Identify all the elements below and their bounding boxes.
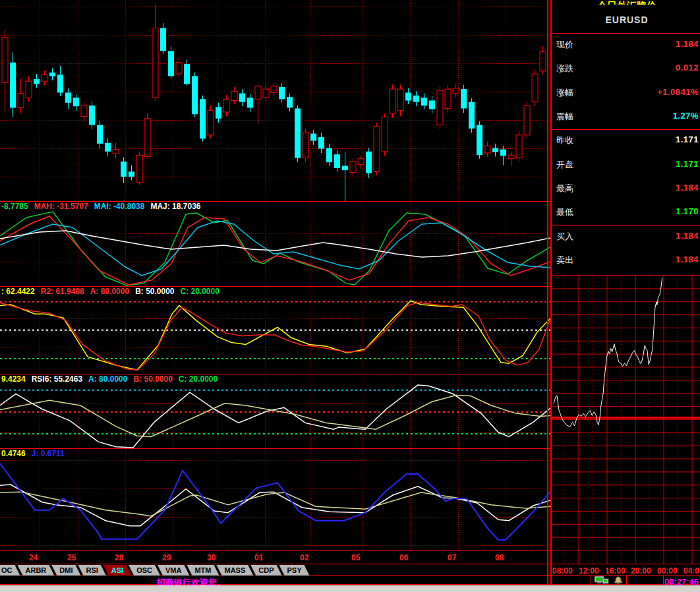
quote-value: 1.184 (676, 183, 699, 192)
tab-cdp[interactable]: CDP (250, 565, 281, 576)
indicator-value-label: 0.4746 (1, 449, 26, 458)
quote-label: 最高 (556, 183, 573, 193)
time-label: 16:00 (605, 566, 626, 576)
panel-border (550, 0, 552, 585)
quote-label: 卖出 (556, 255, 573, 265)
indicator-value-label: 9.4234 (1, 374, 26, 384)
quote-row-3[interactable]: 涨幅+1.0841% (556, 87, 699, 99)
indicator-label-row-1: -8.7785MAH: -31.5707MAI: -40.8038MAJ: 18… (1, 202, 206, 211)
indicator-value-label: J: 0.6711 (32, 449, 65, 458)
bell-icon[interactable] (614, 576, 623, 585)
tab-arbr[interactable]: ARBR (18, 565, 55, 576)
candlestick-and-indicator-chart[interactable] (0, 0, 550, 564)
network-computer-icon[interactable] (595, 576, 609, 585)
quote-value: 1.184 (676, 254, 699, 264)
quote-label: 买入 (556, 231, 573, 241)
tab-dmi[interactable]: DMI (51, 565, 80, 576)
date-label: 06 (399, 553, 408, 562)
quote-label: 涨幅 (556, 88, 573, 98)
quote-row-8[interactable]: 最低1.170 (556, 206, 699, 218)
quote-separator (552, 225, 700, 226)
indicator-label-row-3: 9.4234RSI6: 55.2463A: 80.0000B: 50.0000C… (1, 374, 223, 384)
indicator-value-label: B: 50.0000 (135, 287, 174, 296)
quote-value: 0.012 (676, 63, 699, 73)
tab-rsi[interactable]: RSI (78, 565, 105, 576)
indicator-value-label: R2: 61.9488 (41, 287, 84, 296)
quote-value: 1.171 (676, 159, 699, 169)
tab-osc[interactable]: OSC (129, 565, 160, 576)
tray-cell-divider (591, 576, 591, 584)
indicator-value-label: -8.7785 (1, 202, 28, 211)
date-label: 25 (67, 553, 76, 562)
quote-row-4[interactable]: 震幅1.27% (556, 111, 699, 123)
indicator-tab-bar: OCARBRDMIRSIASIOSCVMAMTMMASSCDPPSY (0, 565, 307, 576)
tab-mtm[interactable]: MTM (187, 565, 219, 576)
indicator-value-label: RSI6: 55.2463 (32, 374, 82, 384)
quote-row-5[interactable]: 昨收1.171 (556, 134, 699, 146)
trading-terminal-window: -8.7785MAH: -31.5707MAI: -40.8038MAJ: 18… (0, 0, 700, 592)
clipped-panel-title: 今日外汇牌价 (554, 0, 700, 5)
quote-row-7[interactable]: 最高1.184 (556, 183, 699, 194)
time-label: 12:00 (579, 566, 599, 576)
quote-value: +1.0841% (657, 87, 699, 97)
indicator-value-label: C: 20.0000 (181, 287, 219, 296)
tab-oc[interactable]: OC (0, 565, 20, 576)
quote-value: 1.171 (676, 134, 699, 144)
quote-label: 震幅 (556, 111, 573, 121)
time-label: 04:00 (684, 566, 700, 576)
indicator-value-label: : 62.4422 (1, 287, 35, 296)
quote-separator (552, 129, 700, 130)
quote-label: 涨跌 (556, 63, 573, 73)
quote-label: 开盘 (556, 160, 573, 169)
panel-border (547, 0, 548, 585)
indicator-value-label: MAI: -40.8038 (94, 202, 145, 211)
quote-label: 现价 (556, 40, 573, 49)
date-label: 08 (495, 553, 504, 562)
quote-value: 1.184 (676, 231, 699, 241)
date-label: 24 (29, 553, 38, 562)
time-label: 00:00 (657, 566, 678, 576)
tab-vma[interactable]: VMA (158, 565, 189, 576)
date-label: 02 (300, 553, 308, 562)
tab-asi[interactable]: ASI (103, 565, 131, 576)
indicator-value-label: C: 20.0000 (179, 374, 218, 384)
date-label: 30 (207, 553, 216, 562)
quote-row-6[interactable]: 开盘1.171 (556, 159, 699, 171)
indicator-value-label: A: 80.0000 (88, 374, 127, 384)
date-label: 07 (448, 553, 456, 562)
quote-label: 昨收 (556, 135, 573, 145)
time-label: 08:00 (552, 566, 573, 576)
indicator-value-label: A: 80.0000 (90, 287, 129, 296)
quote-row-10[interactable]: 卖出1.184 (556, 254, 699, 266)
tab-mass[interactable]: MASS (216, 565, 253, 576)
symbol-title: EURUSD (554, 15, 700, 25)
taskbar-strip[interactable] (0, 585, 700, 592)
indicator-value-label: MAJ: 18.7036 (150, 202, 200, 211)
tab-psy[interactable]: PSY (279, 565, 310, 576)
date-label: 05 (351, 553, 360, 562)
date-label: 29 (162, 553, 171, 562)
quote-row-2[interactable]: 涨跌0.012 (556, 63, 699, 74)
quote-row-1[interactable]: 现价1.184 (556, 39, 699, 51)
indicator-value-label: B: 50.0000 (133, 374, 172, 384)
quote-value: 1.184 (676, 39, 699, 49)
tray-cell-divider (626, 576, 627, 584)
divider (0, 564, 700, 564)
quote-value: 1.170 (676, 206, 699, 216)
date-label: 01 (254, 553, 263, 562)
date-label: 28 (115, 553, 123, 562)
quote-separator (552, 33, 700, 34)
tray-cell-divider (663, 576, 664, 584)
indicator-label-row-4: 0.4746J: 0.6711 (1, 449, 71, 458)
indicator-label-row-2: : 62.4422R2: 61.9488A: 80.0000B: 50.0000… (1, 287, 225, 296)
quote-row-9[interactable]: 买入1.184 (556, 231, 699, 243)
intraday-tick-chart[interactable] (551, 276, 700, 564)
indicator-value-label: MAH: -31.5707 (34, 202, 88, 211)
quote-label: 最低 (556, 207, 573, 217)
quote-value: 1.27% (673, 111, 699, 121)
time-label: 20:00 (631, 566, 651, 576)
